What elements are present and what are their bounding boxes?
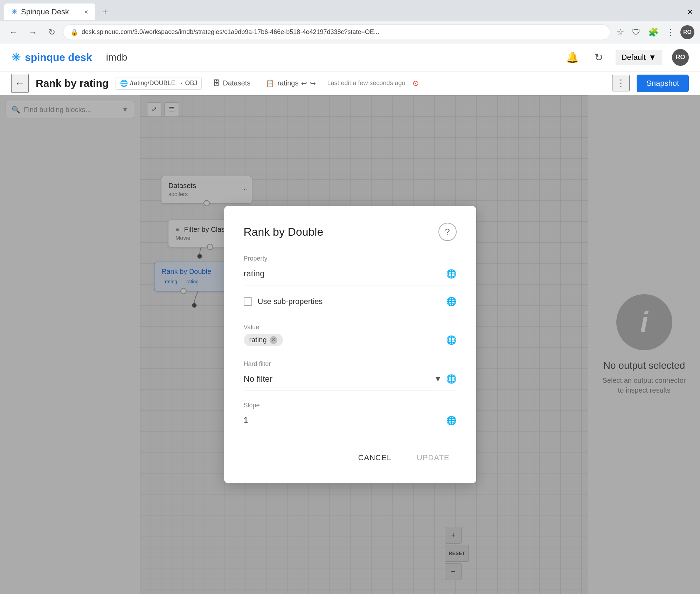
browser-frame: ✳ Spinque Desk × + × ← → ↻ 🔒 desk.spinqu… xyxy=(0,0,700,594)
last-edit-text: Last edit a few seconds ago xyxy=(327,80,405,87)
app-logo: ✳ spinque desk xyxy=(11,51,92,64)
user-avatar-app[interactable]: RO xyxy=(672,49,689,66)
app-area: ✳ spinque desk imdb 🔔 ↻ Default ▼ RO ← R… xyxy=(0,43,700,594)
notifications-bell-icon[interactable]: 🔔 xyxy=(563,48,582,66)
tab-close-button[interactable]: × xyxy=(84,8,88,16)
value-tag-rating: rating × xyxy=(244,334,283,346)
property-field: Property 🌐 xyxy=(244,255,457,285)
datasets-icon: 🗄 xyxy=(213,79,220,87)
forward-button[interactable]: → xyxy=(25,25,41,39)
app-name: spinque desk xyxy=(25,51,92,63)
value-tag-remove-button[interactable]: × xyxy=(270,336,277,344)
reload-button[interactable]: ↻ xyxy=(45,25,59,39)
modal-header: Rank by Double ? xyxy=(244,223,457,241)
ratings-doc-icon: 📋 xyxy=(266,79,275,88)
workspace-selector-label: Default xyxy=(622,53,646,62)
property-label: Property xyxy=(244,255,457,262)
globe-icon: 🌐 xyxy=(120,80,128,87)
property-globe-icon[interactable]: 🌐 xyxy=(446,269,457,279)
datasets-button[interactable]: 🗄 Datasets xyxy=(209,77,255,89)
back-button[interactable]: ← xyxy=(6,25,21,39)
ratings-button[interactable]: 📋 ratings ↩ ↪ xyxy=(262,77,320,90)
sub-properties-globe-icon[interactable]: 🌐 xyxy=(446,297,457,306)
hard-filter-globe-icon[interactable]: 🌐 xyxy=(446,374,457,384)
value-field: Value rating × 🌐 xyxy=(244,324,457,349)
use-sub-properties-row: Use sub-properties 🌐 xyxy=(244,297,457,306)
strategy-title: Rank by rating xyxy=(36,77,109,89)
browser-toolbar-icons: ☆ 🛡 🧩 ⋮ RO xyxy=(615,25,694,39)
warning-icon: ⊙ xyxy=(413,79,419,88)
more-options-button[interactable]: ⋮ xyxy=(612,75,630,91)
redo-icon: ↪ xyxy=(310,79,316,88)
use-sub-properties-checkbox[interactable] xyxy=(244,297,252,306)
sync-icon[interactable]: ↻ xyxy=(591,48,606,66)
value-label: Value xyxy=(244,324,457,331)
modal-actions: CANCEL UPDATE xyxy=(244,449,457,467)
value-globe-icon[interactable]: 🌐 xyxy=(446,335,457,345)
rank-by-double-modal: Rank by Double ? Property 🌐 xyxy=(224,206,476,483)
new-tab-button[interactable]: + xyxy=(98,4,112,20)
workspace-name: imdb xyxy=(106,52,127,63)
tab-title: Spinque Desk xyxy=(21,7,69,16)
user-avatar[interactable]: RO xyxy=(680,25,694,39)
breadcrumb-text: /rating/DOUBLE → OBJ xyxy=(130,80,197,87)
bookmark-icon[interactable]: ☆ xyxy=(615,25,626,39)
address-bar[interactable]: 🔒 desk.spinque.com/3.0/workspaces/imdb/s… xyxy=(63,25,610,40)
logo-star-icon: ✳ xyxy=(11,51,21,64)
modal-overlay: Rank by Double ? Property 🌐 xyxy=(0,95,700,594)
slope-field: Slope 🌐 xyxy=(244,402,457,432)
slope-globe-icon[interactable]: 🌐 xyxy=(446,416,457,426)
spinque-favicon-icon: ✳ xyxy=(11,7,18,16)
value-input-row: rating × 🌐 xyxy=(244,334,457,346)
strategy-header: ← Rank by rating 🌐 /rating/DOUBLE → OBJ … xyxy=(0,71,700,95)
more-options-icon[interactable]: ⋮ xyxy=(664,25,677,39)
browser-titlebar: ✳ Spinque Desk × + × xyxy=(0,0,700,21)
datasets-label: Datasets xyxy=(223,79,250,87)
update-button[interactable]: UPDATE xyxy=(410,449,457,467)
workspace-selector[interactable]: Default ▼ xyxy=(616,50,663,65)
canvas-area: 🔍 Find building blocks... ▼ ⤢ ☰ Datasets xyxy=(0,95,700,594)
slope-input-row: 🌐 xyxy=(244,412,457,429)
use-sub-properties-label: Use sub-properties xyxy=(258,297,323,306)
ratings-label: ratings xyxy=(277,79,298,87)
select-dropdown-arrow-icon: ▼ xyxy=(434,374,442,384)
property-input-row: 🌐 xyxy=(244,265,457,282)
undo-icon: ↩ xyxy=(301,79,307,88)
value-tag-rating-text: rating xyxy=(249,336,267,344)
slope-input[interactable] xyxy=(244,412,442,429)
browser-toolbar: ← → ↻ 🔒 desk.spinque.com/3.0/workspaces/… xyxy=(0,21,700,43)
lock-icon: 🔒 xyxy=(70,28,78,36)
snapshot-button[interactable]: Snapshot xyxy=(637,75,689,92)
modal-help-button[interactable]: ? xyxy=(438,223,457,241)
property-input[interactable] xyxy=(244,265,442,282)
modal-title: Rank by Double xyxy=(244,226,324,239)
chevron-down-icon: ▼ xyxy=(649,53,656,62)
app-header: ✳ spinque desk imdb 🔔 ↻ Default ▼ RO xyxy=(0,43,700,71)
extensions-icon[interactable]: 🧩 xyxy=(646,25,661,39)
hard-filter-field: Hard filter No filter Filter A Filter B … xyxy=(244,360,457,391)
slope-label: Slope xyxy=(244,402,457,409)
browser-tab[interactable]: ✳ Spinque Desk × xyxy=(4,4,95,20)
hard-filter-label: Hard filter xyxy=(244,360,457,368)
back-to-strategies-button[interactable]: ← xyxy=(11,74,29,93)
strategy-breadcrumb: 🌐 /rating/DOUBLE → OBJ xyxy=(116,77,202,90)
extension-shield-icon[interactable]: 🛡 xyxy=(630,25,643,39)
hard-filter-select[interactable]: No filter Filter A Filter B xyxy=(244,371,430,387)
url-text: desk.spinque.com/3.0/workspaces/imdb/str… xyxy=(82,28,603,36)
hard-filter-select-row: No filter Filter A Filter B ▼ 🌐 xyxy=(244,371,457,387)
value-tags-container: rating × xyxy=(244,334,283,346)
cancel-button[interactable]: CANCEL xyxy=(351,449,398,467)
window-close-button[interactable]: × xyxy=(685,4,696,20)
